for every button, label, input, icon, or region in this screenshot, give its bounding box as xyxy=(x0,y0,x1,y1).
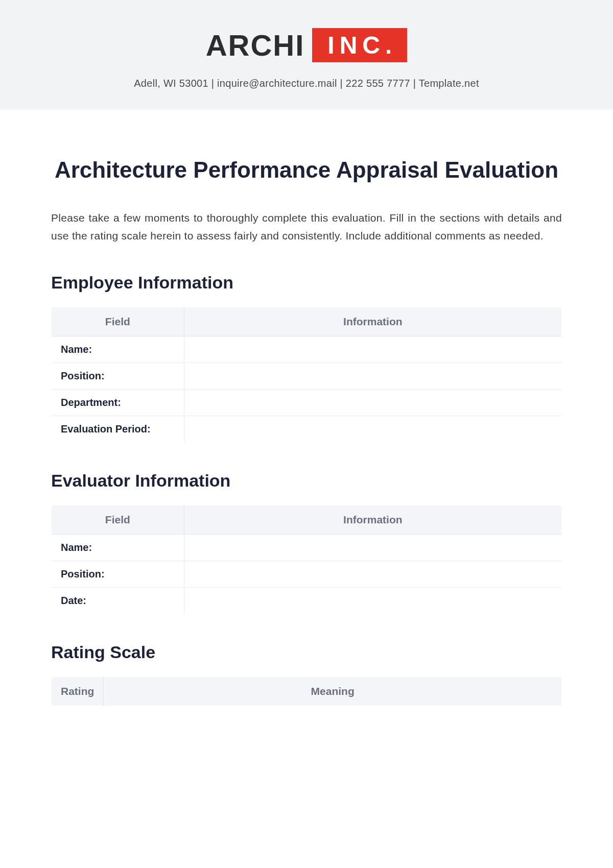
evaluator-info-table: Field Information Name: Position: Date: xyxy=(51,505,562,614)
rating-scale-heading: Rating Scale xyxy=(51,642,562,662)
table-row: Evaluation Period: xyxy=(52,416,562,443)
table-row: Name: xyxy=(52,336,562,363)
logo-text-archi: ARCHI xyxy=(206,28,305,62)
evaluator-info-heading: Evaluator Information xyxy=(51,471,562,491)
page-title: Architecture Performance Appraisal Evalu… xyxy=(51,156,562,184)
field-value[interactable] xyxy=(184,416,561,443)
table-row: Name: xyxy=(52,535,562,561)
field-label: Department: xyxy=(52,390,184,416)
table-row: Date: xyxy=(52,588,562,614)
logo-text-inc: INC. xyxy=(312,28,407,62)
rating-scale-table: Rating Meaning xyxy=(51,677,562,706)
field-label: Date: xyxy=(52,588,184,614)
table-header-field: Field xyxy=(52,505,184,535)
table-row: Position: xyxy=(52,363,562,390)
table-header-field: Field xyxy=(52,307,184,336)
table-header-information: Information xyxy=(184,505,561,535)
field-label: Evaluation Period: xyxy=(52,416,184,443)
field-label: Position: xyxy=(52,363,184,390)
field-label: Name: xyxy=(52,535,184,561)
field-value[interactable] xyxy=(184,561,561,588)
field-value[interactable] xyxy=(184,588,561,614)
header-banner: ARCHI INC. Adell, WI 53001 | inquire@arc… xyxy=(0,0,613,110)
logo: ARCHI INC. xyxy=(0,28,613,62)
intro-paragraph: Please take a few moments to thoroughly … xyxy=(51,209,562,245)
employee-info-table: Field Information Name: Position: Depart… xyxy=(51,307,562,443)
field-label: Name: xyxy=(52,336,184,363)
field-label: Position: xyxy=(52,561,184,588)
field-value[interactable] xyxy=(184,535,561,561)
employee-info-heading: Employee Information xyxy=(51,273,562,293)
field-value[interactable] xyxy=(184,336,561,363)
table-header-meaning: Meaning xyxy=(104,677,562,706)
contact-info: Adell, WI 53001 | inquire@architecture.m… xyxy=(0,78,613,89)
field-value[interactable] xyxy=(184,390,561,416)
document-body: Architecture Performance Appraisal Evalu… xyxy=(0,110,613,755)
table-header-information: Information xyxy=(184,307,561,336)
field-value[interactable] xyxy=(184,363,561,390)
table-header-rating: Rating xyxy=(52,677,104,706)
table-row: Department: xyxy=(52,390,562,416)
table-row: Position: xyxy=(52,561,562,588)
